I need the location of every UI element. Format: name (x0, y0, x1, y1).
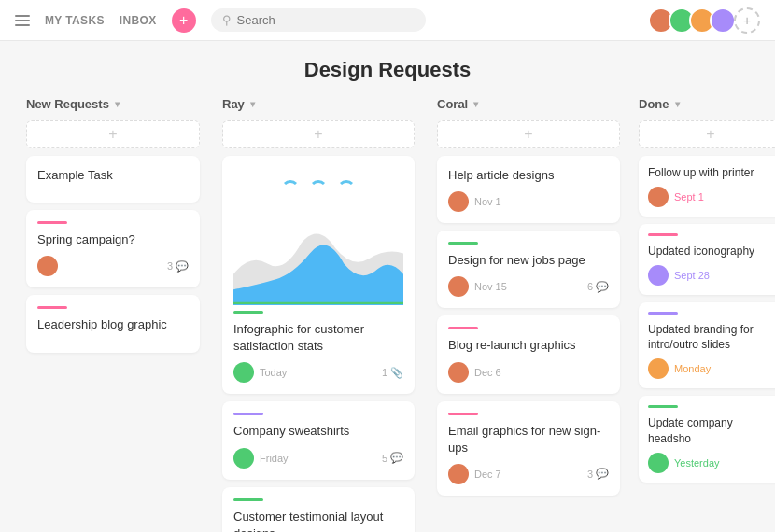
card-title: Customer testimonial layout designs (233, 509, 403, 532)
card-title: Updated branding for intro/outro slides (648, 322, 773, 354)
card-title: Blog re-launch graphics (448, 337, 609, 354)
card-date: Today (260, 367, 287, 378)
card-footer: 3 💬 (37, 256, 189, 276)
inbox-tab[interactable]: INBOX (120, 14, 157, 27)
card-title: Update company headsho (648, 415, 773, 447)
card-bar (648, 233, 678, 236)
card-bar (448, 327, 478, 329)
kanban-board: New Requests ▾ + Example Task Spring cam… (0, 97, 775, 532)
avatar (233, 362, 254, 383)
search-input[interactable] (237, 13, 415, 27)
paperclip-icon: 📎 (390, 367, 403, 379)
avatar (448, 276, 469, 297)
card-company-sweatshirts: Company sweatshirts Friday 5 💬 (222, 401, 415, 479)
card-title: Email graphics for new sign-ups (448, 423, 609, 456)
avatar (648, 453, 669, 473)
card-date: Nov 15 (474, 281, 507, 292)
card-footer: Monday (648, 358, 773, 379)
card-update-company: Update company headsho Yesterday (639, 396, 775, 483)
card-customer-testimonial: Customer testimonial layout designs Nov … (222, 487, 415, 532)
card-leadership-blog: Leadership blog graphic (26, 295, 200, 352)
column-title-coral: Coral (437, 97, 468, 111)
search-icon: ⚲ (222, 13, 232, 27)
chevron-down-icon: ▾ (473, 99, 478, 109)
avatar (648, 265, 669, 286)
avatar (448, 191, 469, 212)
column-header-ray: Ray ▾ (222, 97, 415, 111)
column-header-coral: Coral ▾ (437, 97, 620, 111)
column-done: Done ▾ + Follow up with printer Sept 1 U… (631, 97, 775, 532)
card-date: Friday (260, 453, 289, 464)
card-bar (233, 498, 263, 501)
add-member-button[interactable]: + (734, 7, 760, 34)
menu-icon[interactable] (15, 15, 30, 26)
card-infographic: Infographic for customer satisfaction st… (222, 156, 415, 394)
comment-icon: 💬 (176, 260, 189, 273)
card-updated-iconography: Updated iconography Sept 28 (639, 224, 775, 295)
team-avatars: + (648, 7, 760, 34)
card-title: Infographic for customer satisfaction st… (233, 321, 403, 355)
card-title: Spring campaign? (37, 231, 189, 248)
card-title: Updated iconography (648, 244, 773, 259)
comment-count: 5 💬 (382, 452, 403, 464)
add-card-new-requests[interactable]: + (26, 120, 200, 148)
card-date: Yesterday (674, 457, 720, 469)
avatar (648, 358, 669, 379)
column-header-new-requests: New Requests ▾ (26, 97, 200, 111)
comment-icon: 💬 (596, 468, 609, 480)
comment-icon: 💬 (390, 452, 403, 464)
card-email-graphics: Email graphics for new sign-ups Dec 7 3 … (437, 401, 620, 496)
card-bar (37, 306, 67, 309)
chevron-down-icon: ▾ (115, 99, 120, 109)
card-footer: Dec 6 (448, 362, 609, 383)
card-footer: Nov 1 (448, 191, 609, 212)
card-blog-relaunch: Blog re-launch graphics Dec 6 (437, 315, 620, 393)
card-design-jobs: Design for new jobs page Nov 15 6 💬 (437, 231, 620, 308)
card-title: Example Task (37, 167, 189, 184)
avatar (448, 464, 469, 484)
page-header: Design Requests (0, 41, 775, 97)
avatar (233, 448, 254, 469)
card-date: Sept 1 (674, 191, 704, 203)
add-card-ray[interactable]: + (222, 120, 415, 148)
card-date: Nov 1 (474, 196, 501, 207)
search-bar: ⚲ (211, 8, 426, 32)
column-title-ray: Ray (222, 97, 245, 111)
page-title: Design Requests (0, 58, 775, 82)
chevron-down-icon: ▾ (675, 99, 680, 109)
column-title-done: Done (639, 97, 669, 111)
card-bar (648, 312, 678, 315)
attachment-count: 1 📎 (382, 367, 403, 379)
card-footer: Dec 7 3 💬 (448, 464, 609, 484)
card-bar (448, 413, 478, 415)
avatar (648, 187, 669, 207)
loading-dot-3 (337, 180, 356, 199)
loading-dot-2 (309, 180, 328, 199)
card-date: Monday (674, 363, 711, 374)
comment-icon: 💬 (596, 281, 609, 293)
card-footer: Yesterday (648, 453, 773, 473)
add-card-coral[interactable]: + (437, 120, 620, 148)
loading-dot-1 (281, 180, 300, 199)
card-bar (233, 311, 263, 314)
loading-indicator (233, 180, 403, 199)
card-footer: Friday 5 💬 (233, 448, 403, 469)
column-coral: Coral ▾ + Help article designs Nov 1 Des… (426, 97, 631, 532)
card-help-article: Help article designs Nov 1 (437, 156, 620, 223)
comment-count: 3 💬 (587, 468, 609, 480)
my-tasks-tab[interactable]: MY TASKS (45, 14, 105, 27)
chart-area (233, 212, 403, 305)
card-date: Dec 6 (474, 367, 501, 378)
card-title: Help article designs (448, 167, 609, 184)
card-bar (448, 242, 478, 245)
card-title: Company sweatshirts (233, 423, 403, 440)
card-updated-branding: Updated branding for intro/outro slides … (639, 302, 775, 389)
top-nav: MY TASKS INBOX + ⚲ + (0, 0, 775, 41)
add-task-button[interactable]: + (172, 8, 196, 33)
card-follow-up-printer: Follow up with printer Sept 1 (639, 156, 775, 217)
add-card-done[interactable]: + (639, 120, 775, 148)
card-footer: Sept 1 (648, 187, 773, 207)
chart-svg (233, 212, 403, 305)
card-bar (37, 221, 67, 224)
card-bar (233, 413, 263, 415)
